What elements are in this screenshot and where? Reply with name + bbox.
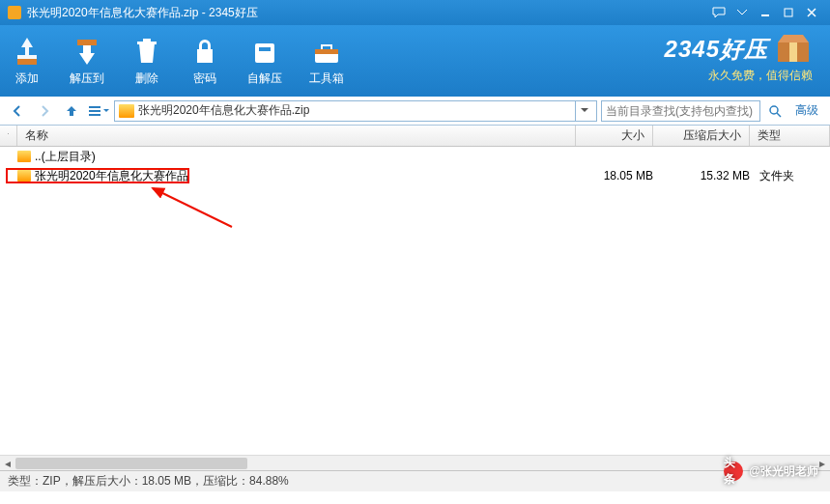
- toolbox-icon: [311, 36, 342, 67]
- close-button[interactable]: [801, 5, 822, 20]
- path-input[interactable]: 张光明2020年信息化大赛作品.zip: [114, 100, 597, 122]
- add-button[interactable]: 添加: [12, 36, 43, 87]
- horizontal-scrollbar[interactable]: ◂ ▸: [0, 455, 830, 470]
- maximize-button[interactable]: [778, 5, 799, 20]
- extract-icon: [72, 36, 102, 67]
- status-bar: 类型：ZIP，解压后大小：18.05 MB，压缩比：84.88%: [0, 470, 830, 491]
- col-packed[interactable]: 压缩后大小: [653, 126, 750, 146]
- nav-bar: 张光明2020年信息化大赛作品.zip 高级: [0, 97, 830, 126]
- sfx-icon: [249, 36, 280, 67]
- col-size[interactable]: 大小: [576, 126, 653, 146]
- minimize-button[interactable]: [755, 5, 776, 20]
- folder-icon: [17, 170, 31, 182]
- chat-icon[interactable]: [708, 5, 730, 20]
- svg-rect-1: [785, 9, 792, 16]
- scroll-thumb[interactable]: [15, 458, 247, 469]
- svg-point-13: [770, 106, 778, 114]
- forward-button[interactable]: [33, 100, 56, 122]
- brand-logo: 2345好压 永久免费，值得信赖: [665, 33, 813, 84]
- watermark: 头条 @张光明老师: [724, 462, 818, 481]
- up-button[interactable]: [60, 100, 83, 122]
- back-button[interactable]: [6, 100, 29, 122]
- window-title: 张光明2020年信息化大赛作品.zip - 2345好压: [27, 5, 706, 21]
- sfx-button[interactable]: 自解压: [247, 36, 282, 87]
- list-item-parent[interactable]: ..(上层目录): [0, 147, 830, 166]
- password-button[interactable]: 密码: [189, 36, 220, 87]
- svg-rect-2: [17, 59, 37, 65]
- scroll-left-button[interactable]: ◂: [0, 456, 15, 470]
- col-sort[interactable]: [0, 126, 17, 146]
- dropdown-icon[interactable]: [731, 5, 753, 20]
- list-item[interactable]: 张光明2020年信息化大赛作品 18.05 MB 15.32 MB 文件夹: [0, 166, 830, 185]
- file-list: ..(上层目录) 张光明2020年信息化大赛作品 18.05 MB 15.32 …: [0, 147, 830, 470]
- column-header: 名称 大小 压缩后大小 类型: [0, 126, 830, 147]
- svg-line-15: [153, 188, 232, 227]
- app-icon: [8, 6, 21, 19]
- svg-rect-9: [789, 42, 797, 62]
- delete-button[interactable]: 删除: [131, 36, 162, 87]
- trash-icon: [131, 36, 162, 67]
- tools-button[interactable]: 工具箱: [309, 36, 344, 87]
- add-icon: [12, 36, 43, 67]
- advanced-button[interactable]: 高级: [789, 102, 824, 119]
- col-type[interactable]: 类型: [750, 126, 830, 146]
- path-dropdown[interactable]: [575, 100, 592, 122]
- main-toolbar: 添加 解压到 删除 密码 自解压 工具箱 2345好压 永久免费，值得信赖: [0, 25, 830, 97]
- extract-button[interactable]: 解压到: [70, 36, 104, 87]
- view-button[interactable]: [87, 100, 110, 122]
- svg-rect-5: [259, 47, 271, 51]
- box-icon: [774, 33, 813, 66]
- svg-rect-4: [255, 43, 274, 63]
- lock-icon: [189, 36, 220, 67]
- titlebar: 张光明2020年信息化大赛作品.zip - 2345好压: [0, 0, 830, 25]
- svg-line-14: [777, 113, 781, 117]
- folder-icon: [17, 151, 31, 162]
- svg-rect-7: [315, 49, 338, 54]
- search-icon[interactable]: [764, 100, 786, 122]
- col-name[interactable]: 名称: [17, 126, 576, 146]
- search-input[interactable]: [601, 100, 760, 122]
- annotation-arrow: [145, 183, 242, 232]
- status-text: 类型：ZIP，解压后大小：18.05 MB，压缩比：84.88%: [8, 473, 289, 490]
- svg-rect-3: [77, 40, 97, 45]
- archive-icon: [119, 104, 134, 118]
- watermark-icon: 头条: [724, 462, 743, 481]
